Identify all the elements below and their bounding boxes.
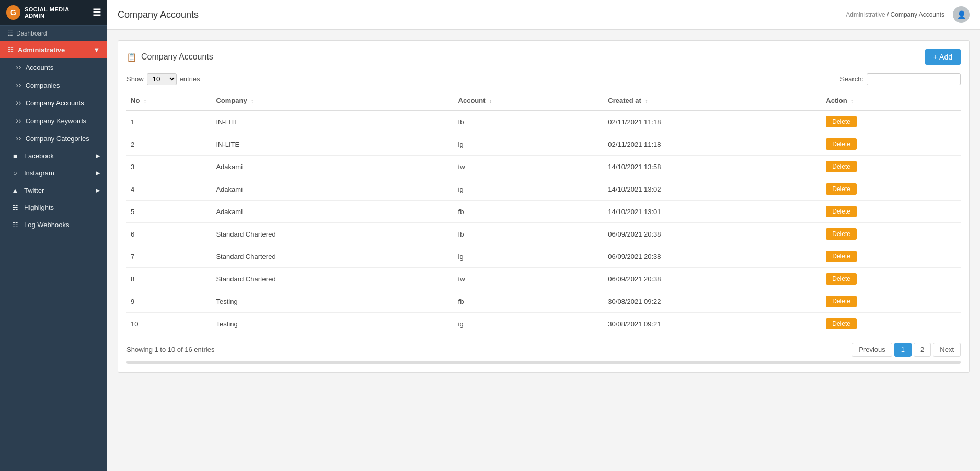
cell-action: Delete: [822, 178, 961, 201]
avatar: 👤: [953, 6, 970, 23]
delete-button[interactable]: Delete: [826, 116, 857, 127]
page-2-button[interactable]: 2: [914, 343, 931, 357]
sub-item-dot: ››: [16, 116, 21, 125]
cell-company: Testing: [212, 313, 454, 335]
cell-account: tw: [454, 156, 604, 178]
table-head: No ↕ Company ↕ Account ↕ Created at ↕ Ac…: [126, 91, 961, 110]
sort-icon-account: ↕: [489, 98, 492, 104]
table-controls: Show 10 25 50 100 entries Search:: [126, 73, 961, 85]
twitter-icon: ▲: [10, 186, 20, 194]
panel-title: 📋 Company Accounts: [126, 52, 213, 62]
data-table: No ↕ Company ↕ Account ↕ Created at ↕ Ac…: [126, 91, 961, 335]
instagram-icon: ○: [10, 169, 20, 177]
delete-button[interactable]: Delete: [826, 138, 857, 150]
sidebar-sub-item-companies[interactable]: ››Companies: [0, 76, 107, 94]
cell-account: ig: [454, 245, 604, 268]
delete-button[interactable]: Delete: [826, 183, 857, 195]
table-row: 6 Standard Chartered fb 06/09/2021 20:38…: [126, 223, 961, 245]
delete-button[interactable]: Delete: [826, 206, 857, 217]
cell-no: 1: [126, 110, 212, 133]
administrative-label: Administrative: [18, 46, 65, 54]
table-row: 3 Adakami tw 14/10/2021 13:58 Delete: [126, 156, 961, 178]
delete-button[interactable]: Delete: [826, 251, 857, 262]
dashboard-icon: ☷: [7, 30, 13, 37]
dashboard-label: Dashboard: [16, 30, 47, 37]
sub-item-label-accounts: Accounts: [26, 64, 53, 72]
arrow-instagram: ▶: [96, 170, 100, 176]
cell-account: ig: [454, 178, 604, 201]
cell-action: Delete: [822, 313, 961, 335]
sub-item-dot: ››: [16, 63, 21, 72]
sub-item-label-companies: Companies: [26, 81, 60, 89]
cell-created-at: 06/09/2021 20:38: [604, 268, 822, 290]
delete-button[interactable]: Delete: [826, 228, 857, 240]
cell-account: ig: [454, 313, 604, 335]
search-label: Search:: [840, 75, 863, 83]
delete-button[interactable]: Delete: [826, 161, 857, 172]
hamburger-icon[interactable]: ☰: [93, 7, 101, 18]
copy-icon: 📋: [126, 52, 137, 62]
showing-text: Showing 1 to 10 of 16 entries: [126, 346, 214, 354]
nav-label-highlights: Highlights: [24, 204, 54, 211]
sub-item-dot: ››: [16, 98, 21, 108]
cell-company: Testing: [212, 290, 454, 313]
table-row: 1 IN-LITE fb 02/11/2021 11:18 Delete: [126, 110, 961, 133]
delete-button[interactable]: Delete: [826, 318, 857, 329]
delete-button[interactable]: Delete: [826, 273, 857, 285]
cell-account: fb: [454, 110, 604, 133]
administrative-arrow: ▼: [93, 46, 100, 54]
show-entries: Show 10 25 50 100 entries: [126, 73, 200, 85]
cell-action: Delete: [822, 290, 961, 313]
nav-label-twitter: Twitter: [24, 186, 44, 194]
sidebar-item-instagram[interactable]: ○Instagram▶: [0, 164, 107, 182]
cell-account: fb: [454, 223, 604, 245]
sub-item-label-company-accounts: Company Accounts: [26, 99, 84, 107]
panel-header: 📋 Company Accounts + Add: [126, 49, 961, 65]
arrow-facebook: ▶: [96, 152, 100, 159]
previous-button[interactable]: Previous: [852, 343, 892, 357]
sidebar-sub-item-accounts[interactable]: ››Accounts: [0, 58, 107, 76]
sub-item-dot: ››: [16, 134, 21, 143]
page-1-button[interactable]: 1: [894, 343, 912, 357]
pagination: Previous 1 2 Next: [852, 343, 961, 357]
cell-action: Delete: [822, 268, 961, 290]
cell-company: Adakami: [212, 201, 454, 223]
administrative-section[interactable]: ☷ Administrative ▼: [0, 41, 107, 58]
sidebar-sub-item-company-categories[interactable]: ››Company Categories: [0, 129, 107, 147]
main-content: Company Accounts Administrative / Compan…: [107, 0, 980, 471]
sidebar-item-twitter[interactable]: ▲Twitter▶: [0, 182, 107, 199]
cell-company: Adakami: [212, 178, 454, 201]
dashboard-link[interactable]: ☷ Dashboard: [0, 26, 107, 41]
search-input[interactable]: [867, 73, 961, 85]
table-row: 4 Adakami ig 14/10/2021 13:02 Delete: [126, 178, 961, 201]
cell-action: Delete: [822, 156, 961, 178]
app-name: SOCIAL MEDIA ADMIN: [25, 6, 88, 19]
cell-no: 10: [126, 313, 212, 335]
delete-button[interactable]: Delete: [826, 296, 857, 307]
sidebar-item-log-webhooks[interactable]: ☷Log Webhooks: [0, 216, 107, 233]
table-header-row: No ↕ Company ↕ Account ↕ Created at ↕ Ac…: [126, 91, 961, 110]
col-account: Account ↕: [454, 91, 604, 110]
sidebar-item-facebook[interactable]: ■Facebook▶: [0, 147, 107, 164]
cell-created-at: 14/10/2021 13:02: [604, 178, 822, 201]
cell-account: fb: [454, 201, 604, 223]
cell-no: 6: [126, 223, 212, 245]
cell-no: 9: [126, 290, 212, 313]
breadcrumb-sep: /: [887, 11, 891, 18]
sidebar-sub-item-company-accounts[interactable]: ››Company Accounts: [0, 94, 107, 112]
cell-created-at: 14/10/2021 13:58: [604, 156, 822, 178]
table-footer: Showing 1 to 10 of 16 entries Previous 1…: [126, 343, 961, 357]
arrow-twitter: ▶: [96, 187, 100, 194]
cell-company: Standard Chartered: [212, 223, 454, 245]
sidebar-sub-item-company-keywords[interactable]: ››Company Keywords: [0, 112, 107, 129]
entries-select[interactable]: 10 25 50 100: [147, 73, 177, 85]
breadcrumb-admin[interactable]: Administrative: [846, 11, 885, 18]
next-button[interactable]: Next: [933, 343, 961, 357]
grid-icon: ☷: [7, 46, 14, 54]
top-bar: Company Accounts Administrative / Compan…: [107, 0, 980, 30]
add-button[interactable]: + Add: [925, 49, 961, 65]
panel-title-text: Company Accounts: [141, 52, 213, 62]
sidebar-item-highlights[interactable]: ☵Highlights: [0, 199, 107, 216]
cell-action: Delete: [822, 223, 961, 245]
col-no: No ↕: [126, 91, 212, 110]
